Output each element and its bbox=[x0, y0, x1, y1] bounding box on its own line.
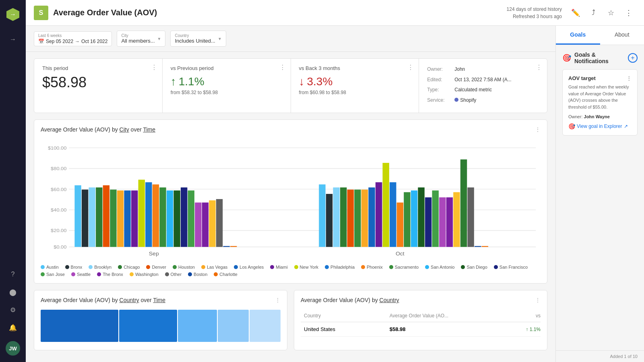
svg-rect-23 bbox=[117, 191, 124, 247]
meta-card: Owner:John Edited:Oct 13, 2022 7:58 AM (… bbox=[419, 59, 547, 113]
svg-rect-61 bbox=[460, 160, 467, 247]
collapse-icon[interactable]: → bbox=[6, 32, 20, 47]
svg-rect-37 bbox=[216, 199, 223, 247]
legend-item: Houston bbox=[173, 265, 195, 269]
svg-rect-33 bbox=[188, 191, 194, 247]
more-button[interactable]: ⋮ bbox=[621, 6, 636, 20]
view-goal-link[interactable]: 🎯 View goal in Explorer ↗ bbox=[568, 123, 632, 130]
svg-text:S: S bbox=[39, 9, 43, 16]
svg-rect-18 bbox=[82, 190, 88, 247]
country-table-chart: Average Order Value (AOV) by Country ⋮ C… bbox=[294, 290, 547, 350]
legend-item: Phoenix bbox=[361, 265, 383, 269]
legend-item: San Antonio bbox=[425, 265, 454, 269]
svg-rect-32 bbox=[181, 187, 187, 247]
legend-item: Philadelphia bbox=[325, 265, 355, 269]
legend-item: Austin bbox=[41, 265, 59, 269]
svg-rect-27 bbox=[145, 183, 152, 247]
legend-item: Charlotte bbox=[214, 272, 237, 277]
chart-legend: AustinBronxBrooklynChicagoDenverHoustonL… bbox=[41, 265, 541, 277]
topbar-meta: 124 days of stored history Refreshed 3 h… bbox=[507, 6, 562, 20]
main-chart-title: Average Order Value (AOV) by City over T… bbox=[41, 126, 541, 133]
svg-text:$100.00: $100.00 bbox=[48, 146, 67, 151]
country-chevron-icon: ▼ bbox=[218, 37, 222, 41]
legend-item: San Jose bbox=[41, 272, 65, 277]
tab-goals[interactable]: Goals bbox=[556, 26, 600, 45]
svg-rect-31 bbox=[173, 191, 180, 247]
this-period-menu[interactable]: ⋮ bbox=[151, 64, 157, 71]
svg-rect-44 bbox=[340, 187, 347, 247]
stats-row: This period $58.98 ⋮ vs Previous period … bbox=[34, 58, 547, 113]
svg-rect-64 bbox=[482, 246, 488, 247]
svg-text:→: → bbox=[10, 11, 16, 18]
topbar: S Average Order Value (AOV) 124 days of … bbox=[26, 0, 644, 26]
svg-rect-20 bbox=[96, 187, 102, 247]
sidebar: → → ? ⬤ ⚙ 🔔 JW bbox=[0, 0, 26, 362]
svg-rect-45 bbox=[347, 190, 354, 247]
svg-rect-35 bbox=[202, 203, 208, 247]
filter-bar: Last 6 weeks 📅 Sep 05 2022 → Oct 16 2022… bbox=[26, 26, 555, 52]
legend-item: San Francisco bbox=[494, 265, 528, 269]
svg-rect-48 bbox=[368, 187, 375, 247]
svg-rect-22 bbox=[110, 190, 116, 247]
vs-back-menu[interactable]: ⋮ bbox=[407, 64, 414, 71]
svg-text:$0.00: $0.00 bbox=[54, 245, 66, 250]
svg-rect-58 bbox=[439, 197, 446, 247]
page-title: Average Order Value (AOV) bbox=[53, 8, 507, 17]
star-button[interactable]: ☆ bbox=[604, 6, 618, 20]
svg-rect-47 bbox=[361, 190, 368, 247]
legend-item: Bronx bbox=[65, 265, 83, 269]
shopify-logo: S bbox=[34, 6, 48, 20]
svg-text:Oct: Oct bbox=[396, 251, 405, 257]
svg-rect-39 bbox=[230, 246, 237, 247]
settings-icon[interactable]: ⚙ bbox=[6, 302, 20, 317]
svg-rect-21 bbox=[103, 185, 109, 247]
country-filter[interactable]: Country Includes United... ▼ bbox=[170, 31, 226, 47]
table-header: Country Average Order Value (AO... vs bbox=[301, 310, 541, 322]
edit-button[interactable]: ✏️ bbox=[568, 6, 583, 20]
svg-rect-17 bbox=[74, 185, 81, 247]
svg-rect-19 bbox=[89, 187, 95, 247]
goal-card: AOV target ⋮ Goal reached when the weekl… bbox=[562, 69, 638, 136]
svg-text:$80.00: $80.00 bbox=[51, 166, 67, 171]
svg-rect-25 bbox=[131, 191, 138, 247]
palette-icon[interactable]: ⬤ bbox=[6, 285, 20, 299]
svg-rect-26 bbox=[138, 180, 145, 247]
bell-icon[interactable]: 🔔 bbox=[6, 320, 20, 335]
svg-rect-60 bbox=[453, 192, 460, 247]
svg-rect-46 bbox=[354, 190, 361, 247]
svg-rect-51 bbox=[390, 183, 396, 247]
vs-previous-menu[interactable]: ⋮ bbox=[279, 64, 286, 71]
goals-icon: 🎯 bbox=[562, 53, 571, 62]
legend-item: Seattle bbox=[71, 272, 91, 277]
svg-rect-54 bbox=[411, 191, 417, 247]
panel-added-count: Added 1 of 10 bbox=[556, 350, 644, 362]
external-link-icon: ↗ bbox=[624, 123, 628, 129]
this-period-card: This period $58.98 ⋮ bbox=[34, 59, 163, 113]
svg-rect-57 bbox=[432, 191, 439, 247]
legend-item: Las Vegas bbox=[201, 265, 227, 269]
add-goal-button[interactable]: + bbox=[628, 53, 638, 63]
explorer-icon: 🎯 bbox=[568, 123, 575, 130]
legend-item: Boston bbox=[188, 272, 207, 277]
main-content: Last 6 weeks 📅 Sep 05 2022 → Oct 16 2022… bbox=[26, 26, 555, 362]
avatar[interactable]: JW bbox=[6, 341, 20, 356]
country-time-menu[interactable]: ⋮ bbox=[275, 297, 281, 303]
main-chart-menu[interactable]: ⋮ bbox=[535, 126, 541, 133]
share-button[interactable]: ⤴ bbox=[586, 6, 601, 20]
tab-about[interactable]: About bbox=[600, 26, 644, 45]
city-filter[interactable]: City All members... ▼ bbox=[117, 31, 165, 47]
legend-item: Los Angeles bbox=[234, 265, 264, 269]
country-table-menu[interactable]: ⋮ bbox=[535, 297, 541, 303]
legend-item: Chicago bbox=[118, 265, 140, 269]
topbar-actions: ✏️ ⤴ ☆ ⋮ bbox=[568, 6, 636, 20]
help-icon[interactable]: ? bbox=[6, 267, 20, 282]
goal-menu[interactable]: ⋮ bbox=[626, 75, 632, 81]
svg-rect-55 bbox=[418, 187, 424, 247]
right-panel: Goals About 🎯 Goals & Notifications + AO… bbox=[555, 26, 644, 362]
bar-chart: $100.00 $80.00 $60.00 $40.00 $20.00 $0.0… bbox=[41, 139, 541, 260]
date-range-filter: Last 6 weeks 📅 Sep 05 2022 → Oct 16 2022 bbox=[34, 31, 112, 46]
bottom-charts: Average Order Value (AOV) by Country ove… bbox=[34, 290, 547, 350]
svg-text:Sep: Sep bbox=[149, 251, 159, 257]
meta-menu[interactable]: ⋮ bbox=[536, 64, 542, 71]
main-chart-card: Average Order Value (AOV) by City over T… bbox=[34, 119, 547, 284]
